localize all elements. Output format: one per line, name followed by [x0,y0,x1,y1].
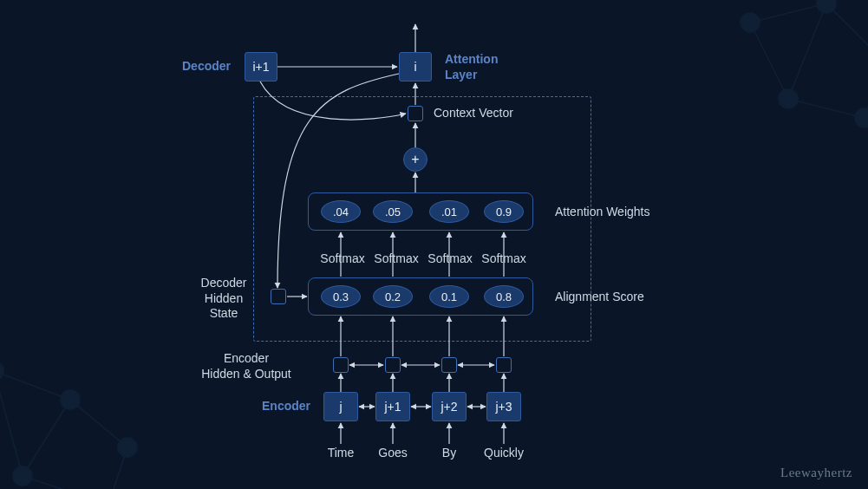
softmax-2: Softmax [424,251,476,265]
attn-weight-1: .05 [373,200,413,223]
sum-node: + [403,147,427,172]
softmax-0: Softmax [317,251,369,265]
tok-0: Time [321,446,361,460]
align-2: 0.1 [429,285,469,308]
enc-1: j+1 [375,392,410,421]
enc-hidden-1 [385,357,401,373]
tok-2: By [429,446,469,460]
align-2-text: 0.1 [441,290,457,303]
align-0-text: 0.3 [333,290,349,303]
softmax-3: Softmax [478,251,530,265]
attn-weight-2-text: .01 [441,205,457,218]
encoder-hidden-output-label: Encoder Hidden & Output [194,351,298,381]
plus-text: + [411,152,419,167]
attn-weight-0: .04 [321,200,361,223]
diagram-stage: Decoder i+1 i Attention Layer Context Ve… [0,0,868,489]
enc-3: j+3 [486,392,521,421]
decoder-current-node: i [399,52,432,82]
enc-0-text: j [339,400,342,414]
enc-2-text: j+2 [441,400,457,414]
tok-1: Goes [373,446,413,460]
enc-2: j+2 [432,392,467,421]
enc-hidden-3 [496,357,512,373]
attn-weight-0-text: .04 [333,205,349,218]
context-vector-label: Context Vector [434,106,513,120]
align-3-text: 0.8 [496,290,512,303]
attention-layer-text: Attention Layer [445,52,498,82]
brand-watermark: Leewayhertz [780,466,852,480]
decoder-prev-node: i+1 [245,52,277,82]
attn-weight-1-text: .05 [385,205,401,218]
decoder-hidden-state-node [271,289,286,304]
context-vector-node [408,106,423,121]
decoder-label: Decoder [182,59,231,73]
enc-3-text: j+3 [495,400,512,414]
align-1: 0.2 [373,285,413,308]
softmax-1: Softmax [370,251,422,265]
decoder-prev-text: i+1 [252,60,269,74]
align-0: 0.3 [321,285,361,308]
tok-3: Quickly [481,446,526,460]
align-1-text: 0.2 [385,290,401,303]
attn-weight-3: 0.9 [484,200,524,223]
align-3: 0.8 [484,285,524,308]
decoder-hidden-state-label: Decoder Hidden State [189,276,258,322]
attn-weight-2: .01 [429,200,469,223]
enc-hidden-0 [333,357,349,373]
alignment-score-label: Alignment Score [555,290,644,303]
enc-0: j [323,392,358,421]
decoder-current-text: i [414,60,416,74]
enc-1-text: j+1 [384,400,401,414]
attn-weight-3-text: 0.9 [496,205,512,218]
attention-weights-label: Attention Weights [555,205,649,218]
enc-hidden-2 [441,357,457,373]
attention-layer-label: Attention Layer [445,52,498,82]
encoder-label: Encoder [262,399,310,413]
